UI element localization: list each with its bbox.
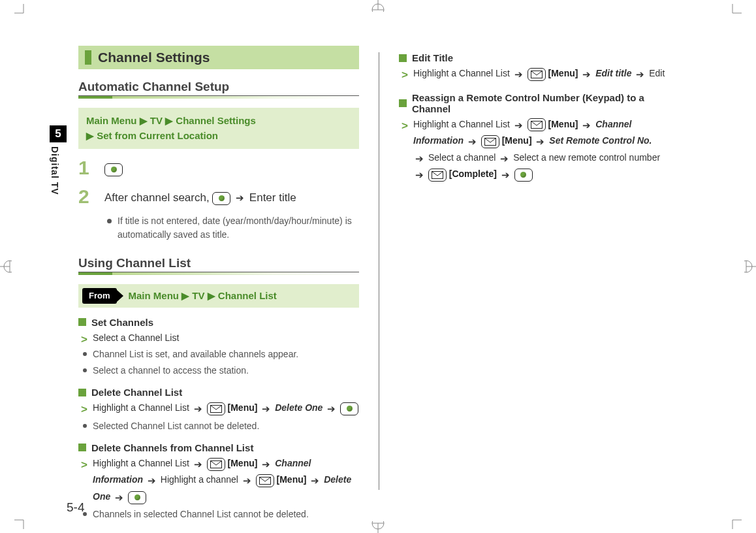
subhead-delete-cl: Delete Channel List — [78, 387, 359, 398]
subhead-delete-cl-label: Delete Channel List — [91, 387, 182, 398]
cropmark-top — [368, 0, 388, 12]
mail-button-icon — [428, 169, 447, 182]
nav-channel-settings: Channel Settings — [176, 115, 256, 126]
subhead-set-channels-label: Set Channels — [91, 317, 153, 328]
dc-text1: Highlight a Channel List — [93, 458, 192, 468]
arrow-icon: ➔ — [325, 403, 338, 414]
section-channel-list: Using Channel List — [78, 256, 359, 272]
cropmark-right — [744, 257, 756, 276]
mail-button-icon — [207, 458, 225, 471]
menu-label: [Menu] — [502, 135, 532, 146]
navpath-auto-setup: Main Menu ▶ TV ▶ Channel Settings ▶ Set … — [78, 108, 359, 149]
arrow-icon: ➔ — [260, 459, 272, 470]
nav2-channel-list: Channel List — [218, 290, 277, 301]
cropmark-left — [0, 257, 12, 276]
mail-button-icon — [207, 402, 225, 415]
action-select-channel-list: Select a Channel List — [78, 331, 359, 346]
from-badge: From — [82, 288, 117, 304]
action-delete-cl: Highlight a Channel List ➔ [Menu] ➔ Dele… — [78, 400, 359, 417]
arrow-icon: ➔ — [260, 403, 272, 414]
menu-label: [Menu] — [228, 458, 258, 468]
bullet-cl-set: Channel List is set, and available chann… — [78, 347, 359, 361]
bullet-cannot-delete-cl: Selected Channel List cannot be deleted. — [78, 419, 359, 433]
dl-text1: Highlight a Channel List — [93, 403, 192, 413]
triangle-icon: ▶ — [208, 290, 218, 301]
arrow-icon: ➔ — [413, 153, 426, 164]
ok-button-icon — [514, 169, 533, 182]
cropmark-bl — [14, 511, 33, 529]
rc-selnew: Select a new remote control number — [513, 152, 660, 163]
arrow-icon: ➔ — [499, 169, 512, 180]
ok-button-icon — [104, 163, 123, 176]
nav-main-menu: Main Menu — [86, 115, 137, 126]
chapter-tab: 5 Digital TV — [50, 125, 67, 195]
arrow-icon: ➔ — [512, 69, 525, 80]
bullet-select-channel: Select a channel to access the station. — [78, 363, 359, 378]
rc-text1: Highlight a Channel List — [413, 119, 512, 129]
page-banner: Channel Settings — [78, 46, 359, 69]
subhead-set-channels: Set Channels — [78, 317, 359, 328]
ok-button-icon — [340, 402, 358, 415]
square-bullet-icon — [399, 99, 407, 107]
action-reassign: Highlight a Channel List ➔ [Menu] ➔ Chan… — [399, 117, 667, 184]
page-number: 5-4 — [67, 500, 84, 515]
square-bullet-icon — [78, 318, 86, 326]
arrow-icon: ➔ — [512, 120, 525, 131]
action-edit-title: Highlight a Channel List ➔ [Menu] ➔ Edit… — [399, 66, 667, 83]
chapter-number: 5 — [50, 125, 67, 142]
et-edit: Edit — [649, 68, 665, 78]
square-bullet-icon — [399, 54, 407, 62]
arrow-icon: ➔ — [534, 136, 546, 147]
step2-note: If title is not entered, date (year/mont… — [104, 214, 359, 242]
set-remote-no-label: Set Remote Control No. — [549, 135, 652, 146]
arrow-icon: ➔ — [498, 153, 511, 164]
mail-button-icon — [256, 474, 274, 487]
banner-title: Channel Settings — [98, 50, 210, 65]
arrow-icon: ➔ — [241, 475, 253, 486]
step-1: 1 — [78, 157, 359, 179]
menu-label: [Menu] — [548, 68, 578, 78]
ok-button-icon — [128, 491, 146, 504]
mail-button-icon — [528, 68, 546, 81]
arrow-icon: ➔ — [146, 475, 158, 486]
nav-tv: TV — [150, 115, 163, 126]
triangle-icon: ▶ — [181, 290, 192, 301]
et-text1: Highlight a Channel List — [413, 68, 512, 78]
section-underline — [78, 272, 359, 275]
subhead-reassign-label: Reassign a Remote Control Number (Keypad… — [412, 92, 667, 114]
subhead-edit-title: Edit Title — [399, 52, 667, 63]
cropmark-tr — [723, 4, 742, 22]
triangle-icon: ▶ — [86, 130, 97, 141]
arrow-icon: ➔ — [634, 69, 646, 80]
subhead-delete-channels-label: Delete Channels from Channel List — [91, 442, 253, 453]
step2-text-b: Enter title — [249, 191, 296, 204]
arrow-icon: ➔ — [192, 459, 204, 470]
ok-button-icon — [212, 192, 230, 205]
rc-sel: Select a channel — [428, 152, 498, 163]
action-delete-channels: Highlight a Channel List ➔ [Menu] ➔ Chan… — [78, 456, 359, 506]
triangle-icon: ▶ — [140, 115, 150, 126]
section-underline — [78, 95, 359, 99]
subhead-edit-title-label: Edit Title — [412, 52, 453, 63]
subhead-delete-channels: Delete Channels from Channel List — [78, 442, 359, 453]
arrow-icon: ➔ — [580, 69, 593, 80]
square-bullet-icon — [78, 389, 86, 396]
cropmark-tl — [14, 4, 33, 22]
subhead-reassign: Reassign a Remote Control Number (Keypad… — [399, 92, 667, 114]
arrow-icon: ➔ — [309, 475, 321, 486]
dc-text2: Highlight a channel — [161, 475, 241, 485]
nav2-tv: TV — [192, 290, 204, 301]
step2-text-a: After channel search, — [104, 191, 212, 204]
nav2-main-menu: Main Menu — [129, 290, 180, 301]
arrow-icon: ➔ — [580, 120, 593, 131]
triangle-icon: ▶ — [165, 115, 176, 126]
menu-label: [Menu] — [228, 403, 258, 413]
chapter-label: Digital TV — [50, 146, 60, 195]
square-bullet-icon — [78, 444, 86, 451]
step-num-2: 2 — [78, 186, 94, 208]
complete-label: [Complete] — [449, 169, 497, 179]
cropmark-br — [723, 511, 742, 529]
mail-button-icon — [528, 118, 546, 131]
arrow-icon: ➔ — [234, 192, 246, 203]
section-auto-setup: Automatic Channel Setup — [78, 80, 359, 95]
